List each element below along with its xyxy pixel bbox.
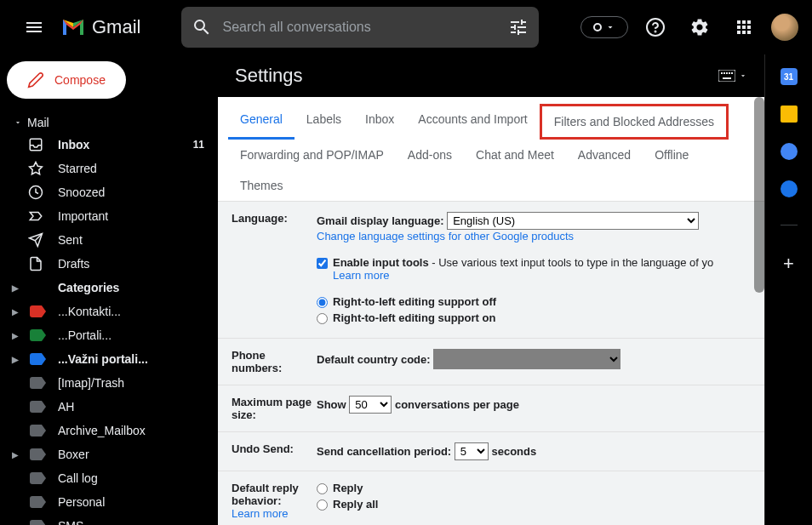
search-bar[interactable] <box>181 7 539 48</box>
gmail-m-icon <box>61 18 85 37</box>
undo-label: Undo Send: <box>232 442 317 460</box>
avatar[interactable] <box>771 14 798 41</box>
nav-item-inbox[interactable]: Inbox11 <box>7 133 211 157</box>
logo-text: Gmail <box>92 16 140 38</box>
expand-icon: ▶ <box>12 355 19 364</box>
nav-item-sms[interactable]: SMS <box>7 514 211 525</box>
enable-input-tools-checkbox[interactable] <box>317 258 328 269</box>
label-icon <box>30 305 42 317</box>
change-language-link[interactable]: Change language settings for other Googl… <box>317 230 751 243</box>
hamburger-menu[interactable] <box>14 7 54 48</box>
tab-themes[interactable]: Themes <box>228 170 295 201</box>
menu-icon <box>24 17 44 37</box>
nav-item-important[interactable]: Important <box>7 204 211 228</box>
nav-item--kontakti-[interactable]: ▶...Kontakti... <box>7 300 211 323</box>
nav-item-categories[interactable]: ▶Categories <box>7 276 211 300</box>
settings-panel: GeneralLabelsInboxAccounts and ImportFil… <box>218 97 764 525</box>
expand-icon: ▶ <box>12 331 19 340</box>
mail-section-header[interactable]: Mail <box>7 112 211 133</box>
svg-rect-11 <box>729 72 730 74</box>
nav-item-sent[interactable]: Sent <box>7 228 211 252</box>
caret-down-icon <box>739 71 747 80</box>
nav-item-drafts[interactable]: Drafts <box>7 252 211 276</box>
send-icon <box>27 232 44 248</box>
calendar-icon[interactable]: 31 <box>781 68 798 85</box>
clock-icon <box>27 185 44 200</box>
tab-accounts-and-import[interactable]: Accounts and Import <box>406 104 539 140</box>
svg-point-1 <box>655 31 656 32</box>
svg-rect-9 <box>723 72 725 74</box>
tab-forwarding-and-pop-imap[interactable]: Forwarding and POP/IMAP <box>228 140 396 170</box>
tab-offline[interactable]: Offline <box>643 140 700 170</box>
svg-rect-10 <box>726 72 728 74</box>
inbox-icon <box>27 137 44 152</box>
label-icon <box>30 472 42 484</box>
caret-down-icon <box>605 22 615 32</box>
status-pill[interactable] <box>580 16 628 38</box>
nav-item-call-log[interactable]: Call log <box>7 466 211 490</box>
star-icon <box>27 161 44 176</box>
tab-advanced[interactable]: Advanced <box>566 140 643 170</box>
nav-item-ah[interactable]: AH <box>7 395 211 419</box>
learn-more-link[interactable]: Learn more <box>232 507 317 520</box>
svg-rect-12 <box>731 72 733 74</box>
gear-icon <box>689 17 710 37</box>
keyboard-icon <box>718 70 735 82</box>
keep-icon[interactable] <box>781 106 798 123</box>
label-icon <box>30 353 42 365</box>
page-title: Settings <box>235 65 303 87</box>
sidebar: Compose Mail Inbox11StarredSnoozedImport… <box>0 54 218 525</box>
label-icon <box>30 520 42 525</box>
tasks-icon[interactable] <box>781 143 798 160</box>
tab-chat-and-meet[interactable]: Chat and Meet <box>464 140 566 170</box>
help-icon <box>645 17 666 37</box>
nav-item-personal[interactable]: Personal <box>7 490 211 514</box>
nav-item-archive-mailbox[interactable]: Archive_Mailbox <box>7 419 211 442</box>
reply-radio[interactable] <box>317 483 328 494</box>
gmail-logo[interactable]: Gmail <box>61 16 140 38</box>
settings-tabs: GeneralLabelsInboxAccounts and ImportFil… <box>218 97 764 202</box>
tab-labels[interactable]: Labels <box>294 104 353 140</box>
tune-icon[interactable] <box>508 17 529 37</box>
tab-filters-and-blocked-addresses[interactable]: Filters and Blocked Addresses <box>540 104 729 140</box>
header: Gmail <box>0 0 812 54</box>
search-icon <box>192 17 212 37</box>
nav-item-snoozed[interactable]: Snoozed <box>7 180 211 204</box>
nav-item--portali-[interactable]: ▶...Portali... <box>7 323 211 347</box>
nav-item--imap-trash[interactable]: [Imap]/Trash <box>7 371 211 395</box>
expand-icon: ▶ <box>12 307 19 317</box>
label-icon <box>30 329 42 341</box>
rtl-on-radio[interactable] <box>317 313 328 324</box>
expand-icon: ▶ <box>12 283 19 293</box>
nav-item-starred[interactable]: Starred <box>7 157 211 180</box>
svg-rect-7 <box>718 70 735 82</box>
input-tools-button[interactable] <box>718 70 747 82</box>
add-panel-button[interactable]: + <box>783 253 794 275</box>
label-icon <box>30 448 42 460</box>
nav-item--va-ni-portali-[interactable]: ▶...Važni portali... <box>7 347 211 371</box>
tab-inbox[interactable]: Inbox <box>353 104 406 140</box>
country-code-select[interactable] <box>433 349 620 369</box>
pencil-icon <box>27 71 44 88</box>
pagesize-select[interactable]: 50 <box>349 396 392 414</box>
expand-icon: ▶ <box>12 450 19 459</box>
undo-period-select[interactable]: 5 <box>455 442 489 460</box>
compose-button[interactable]: Compose <box>7 61 126 99</box>
rtl-off-radio[interactable] <box>317 297 328 308</box>
language-select[interactable]: English (US) <box>447 212 699 230</box>
contacts-icon[interactable] <box>781 180 798 197</box>
learn-more-link[interactable]: Learn more <box>333 269 713 282</box>
side-panel: 31 + <box>764 54 812 525</box>
label-icon <box>30 401 42 413</box>
tab-general[interactable]: General <box>228 104 294 140</box>
apps-button[interactable] <box>727 10 761 44</box>
caret-down-icon <box>14 118 22 127</box>
settings-button[interactable] <box>683 10 717 44</box>
label-icon <box>30 377 42 389</box>
tab-add-ons[interactable]: Add-ons <box>396 140 464 170</box>
search-input[interactable] <box>222 20 498 35</box>
nav-item-boxer[interactable]: ▶Boxer <box>7 442 211 466</box>
reply-all-radio[interactable] <box>317 499 328 511</box>
scrollbar[interactable] <box>754 97 764 293</box>
help-button[interactable] <box>638 10 672 44</box>
